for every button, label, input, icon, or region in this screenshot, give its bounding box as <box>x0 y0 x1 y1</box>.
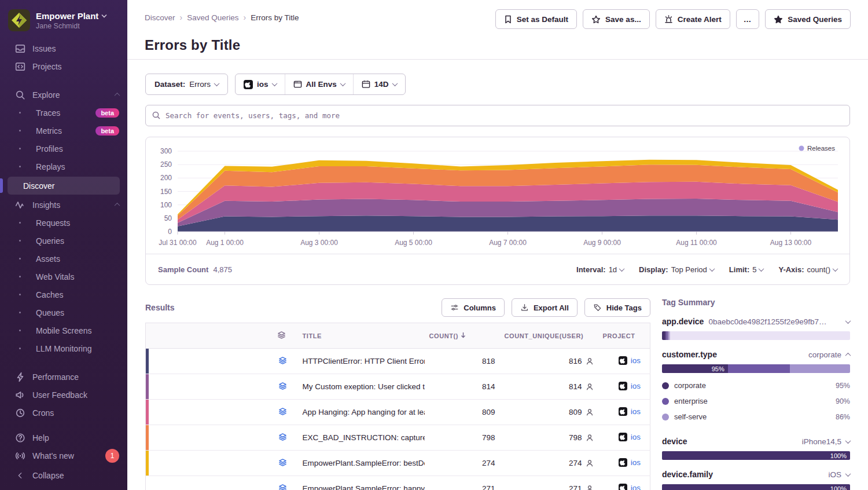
sidebar-item-profiles[interactable]: Profiles <box>0 140 127 158</box>
tag-section-app-device[interactable]: app.device 0baebc0de4982f1255f2e9e9fb7… <box>662 317 850 340</box>
events-chart[interactable]: Jul 31 00:00Aug 1 00:00Aug 3 00:00Aug 5 … <box>146 137 849 253</box>
interval-selector[interactable]: Interval:1d <box>576 265 624 274</box>
sidebar-collapse-button[interactable]: Collapse <box>0 466 127 484</box>
project-link[interactable]: ios <box>619 484 641 490</box>
sidebar-item-help[interactable]: Help <box>0 429 127 447</box>
set-as-default-button[interactable]: Set as Default <box>495 9 577 29</box>
event-title[interactable]: App Hanging: App hanging for at least 20… <box>303 408 425 416</box>
project-link[interactable]: ios <box>619 458 641 467</box>
project-filter[interactable]: ios <box>236 74 285 94</box>
event-title[interactable]: HTTPClientError: HTTP Client Error with … <box>303 357 425 365</box>
count-cell: 818 <box>425 349 500 374</box>
table-header-row: TITLE COUNT() COUNT_UNIQUE(USER) PROJECT <box>146 323 650 349</box>
sidebar-item-whats-new[interactable]: What's new 1 <box>0 447 127 465</box>
dataset-selector[interactable]: Dataset:Errors <box>145 74 228 95</box>
org-logo <box>8 9 30 31</box>
count-unique-cell: 798 <box>569 433 582 442</box>
bookmark-icon <box>504 15 512 24</box>
column-count-unique[interactable]: COUNT_UNIQUE(USER) <box>500 323 598 349</box>
chevron-up-icon <box>115 203 120 209</box>
help-icon <box>15 433 25 443</box>
more-options-button[interactable]: … <box>736 9 760 29</box>
tag-summary-title: Tag Summary <box>662 298 850 307</box>
sidebar-item-issues[interactable]: Issues <box>0 39 127 57</box>
sidebar-group-insights[interactable]: Insights <box>0 196 127 214</box>
page-filters: ios All Envs 14D <box>235 74 406 95</box>
sidebar-item-performance[interactable]: Performance <box>0 368 127 386</box>
project-link[interactable]: ios <box>619 356 641 365</box>
chart-footer: Sample Count4,875 Interval:1d Display:To… <box>146 254 849 284</box>
event-title[interactable]: EXC_BAD_INSTRUCTION: captureFatalError: … <box>303 433 425 442</box>
limit-selector[interactable]: Limit:5 <box>729 265 764 274</box>
user-icon <box>586 485 594 490</box>
search-input[interactable] <box>145 105 850 126</box>
tag-section-device-family[interactable]: device.family iOS 100% <box>662 470 850 490</box>
count-cell: 271 <box>425 476 500 490</box>
insights-icon <box>15 200 25 210</box>
column-title[interactable]: TITLE <box>298 323 425 349</box>
sidebar-item-queues[interactable]: Queues <box>0 303 127 321</box>
project-link[interactable]: ios <box>619 433 641 441</box>
event-title[interactable]: My Custom exeption: User clicked the but… <box>303 382 425 391</box>
saved-queries-button[interactable]: Saved Queries <box>765 9 851 29</box>
layers-icon[interactable] <box>278 407 287 416</box>
sidebar-item-mobile-screens[interactable]: Mobile Screens <box>0 321 127 339</box>
sidebar-item-traces[interactable]: Traces beta <box>0 104 127 122</box>
display-selector[interactable]: Display:Top Period <box>639 265 714 274</box>
legend-dot <box>799 146 804 151</box>
event-title[interactable]: EmpowerPlant.SampleError: bestDeveloper … <box>303 459 425 467</box>
sidebar-group-explore[interactable]: Explore <box>0 86 127 104</box>
sidebar-item-user-feedback[interactable]: User Feedback <box>0 386 127 404</box>
export-all-button[interactable]: Export All <box>512 298 578 317</box>
user-icon <box>586 408 594 416</box>
series-color-strip <box>146 476 149 490</box>
environment-filter[interactable]: All Envs <box>285 74 353 94</box>
layers-icon[interactable] <box>278 356 287 365</box>
event-title[interactable]: EmpowerPlant.SampleError: happyCustomer … <box>303 484 425 490</box>
tag-section-customer-type[interactable]: customer.type corporate 95% corporate95%… <box>662 350 850 425</box>
sidebar-item-metrics[interactable]: Metrics beta <box>0 122 127 140</box>
beta-badge: beta <box>95 126 119 136</box>
date-range-filter[interactable]: 14D <box>353 74 405 94</box>
sidebar-item-caches[interactable]: Caches <box>0 286 127 303</box>
columns-button[interactable]: Columns <box>442 298 505 317</box>
count-unique-cell: 274 <box>569 459 582 467</box>
legend-label[interactable]: Releases <box>807 145 835 152</box>
layers-icon <box>277 331 286 339</box>
breadcrumb-separator: › <box>244 13 247 22</box>
layers-icon[interactable] <box>278 433 287 441</box>
sidebar-item-assets[interactable]: Assets <box>0 250 127 268</box>
project-link[interactable]: ios <box>619 382 641 390</box>
layers-icon[interactable] <box>278 458 287 467</box>
hide-tags-button[interactable]: Hide Tags <box>584 298 650 317</box>
project-link[interactable]: ios <box>619 407 641 416</box>
yaxis-selector[interactable]: Y-Axis:count() <box>778 265 837 274</box>
sidebar-item-queries[interactable]: Queries <box>0 232 127 250</box>
sidebar-item-llm-monitoring[interactable]: LLM Monitoring <box>0 339 127 357</box>
tag-bar-device-family: 100% <box>662 484 850 490</box>
table-row[interactable]: EmpowerPlant.SampleError: bestDeveloper … <box>146 451 650 476</box>
layers-icon[interactable] <box>278 382 287 390</box>
sidebar-item-projects[interactable]: Projects <box>0 57 127 75</box>
tag-section-device[interactable]: device iPhone14,5 100% <box>662 437 850 460</box>
table-row[interactable]: EXC_BAD_INSTRUCTION: captureFatalError: … <box>146 425 650 451</box>
sidebar-item-crons[interactable]: Crons <box>0 404 127 422</box>
sidebar-item-requests[interactable]: Requests <box>0 214 127 232</box>
create-alert-button[interactable]: Create Alert <box>656 9 730 29</box>
sidebar-item-replays[interactable]: Replays <box>0 158 127 175</box>
alert-siren-icon <box>664 15 673 24</box>
sidebar-item-web-vitals[interactable]: Web Vitals <box>0 268 127 286</box>
table-row[interactable]: App Hanging: App hanging for at least 20… <box>146 400 650 425</box>
breadcrumb-discover[interactable]: Discover <box>145 13 175 22</box>
x-tick-label: Aug 11 00:00 <box>676 239 717 247</box>
column-project[interactable]: PROJECT <box>598 323 650 349</box>
org-switcher[interactable]: Empower Plant Jane Schmidt <box>0 0 127 39</box>
save-as-button[interactable]: Save as... <box>583 9 650 29</box>
sidebar-item-discover[interactable]: Discover <box>0 177 127 195</box>
table-row[interactable]: My Custom exeption: User clicked the but… <box>146 374 650 400</box>
layers-icon[interactable] <box>278 484 287 490</box>
table-row[interactable]: HTTPClientError: HTTP Client Error with … <box>146 349 650 374</box>
table-row[interactable]: EmpowerPlant.SampleError: happyCustomer … <box>146 476 650 490</box>
breadcrumb-saved-queries[interactable]: Saved Queries <box>187 13 238 22</box>
column-count[interactable]: COUNT() <box>425 323 500 349</box>
